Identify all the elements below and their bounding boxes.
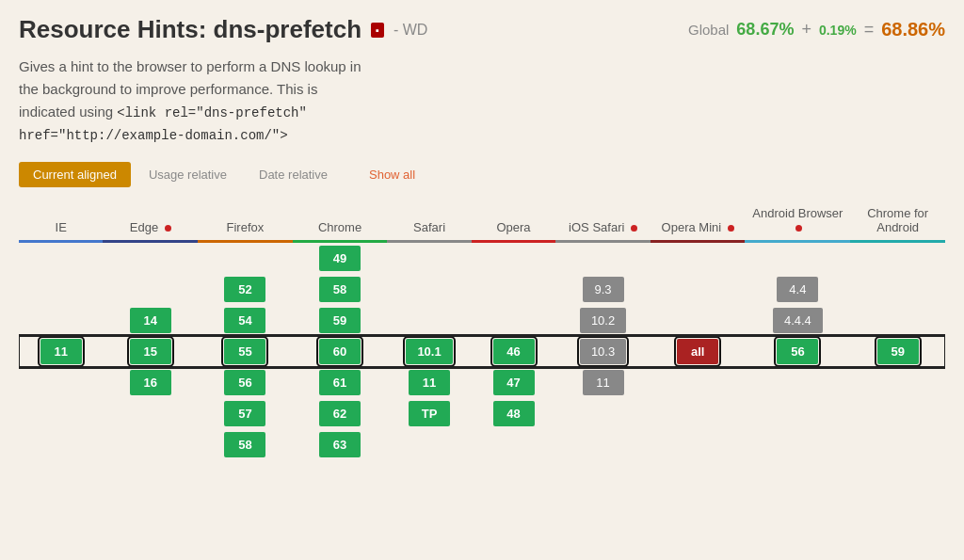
android-dot <box>795 225 802 232</box>
table-row: 165661114711 <box>19 367 945 398</box>
table-row: 1115556010.14610.3all5659 <box>19 336 945 367</box>
cell-value: 63 <box>319 432 361 457</box>
table-cell-ie <box>19 367 103 398</box>
operamini-dot <box>728 225 734 232</box>
table-cell-opera_mini <box>651 367 746 398</box>
table-cell-edge <box>103 398 198 429</box>
table-cell-firefox: 58 <box>198 429 293 460</box>
cell-value: 59 <box>877 339 919 364</box>
table-cell-android_browser <box>745 241 850 274</box>
table-cell-edge: 14 <box>103 305 198 336</box>
table-cell-edge <box>103 274 198 305</box>
cell-value: TP <box>409 401 450 426</box>
table-header-row: IE Edge Firefox Chrome Safari <box>19 200 945 242</box>
table-cell-opera_mini <box>651 429 746 460</box>
table-cell-safari: 10.1 <box>387 336 471 367</box>
table-row: 52589.34.4 <box>19 274 945 305</box>
table-cell-ios_safari <box>555 429 651 460</box>
cell-value: 57 <box>224 401 265 426</box>
cell-value: 10.3 <box>580 339 626 364</box>
table-cell-ie <box>19 274 103 305</box>
cell-value: 52 <box>224 277 265 302</box>
table-cell-chrome: 63 <box>293 429 388 460</box>
pct-small: 0.19% <box>819 23 857 38</box>
cell-value: 9.3 <box>583 277 624 302</box>
header-opera: Opera <box>472 200 555 242</box>
table-cell-safari: TP <box>387 398 471 429</box>
table-cell-ios_safari: 11 <box>555 367 651 398</box>
pct-equals: = <box>864 20 875 40</box>
table-cell-ie <box>19 305 103 336</box>
table-cell-chrome_android <box>850 429 945 460</box>
table-cell-edge: 15 <box>103 336 198 367</box>
table-cell-ios_safari: 9.3 <box>555 274 651 305</box>
table-cell-chrome_android <box>850 241 945 274</box>
table-row: 49 <box>19 241 945 274</box>
header-chrome: Chrome <box>293 200 388 242</box>
table-cell-android_browser <box>745 429 850 460</box>
table-cell-edge <box>103 429 198 460</box>
cell-value: 16 <box>130 370 171 395</box>
table-cell-opera <box>472 274 555 305</box>
spec-label: - WD <box>394 22 427 39</box>
pct-green: 68.67% <box>736 20 794 40</box>
cell-value: 10.2 <box>580 308 626 333</box>
table-cell-safari: 11 <box>387 367 471 398</box>
cell-value: 11 <box>40 339 82 364</box>
header-opera-mini: Opera Mini <box>651 200 746 242</box>
pct-plus: + <box>801 20 811 40</box>
table-cell-android_browser: 56 <box>745 336 850 367</box>
table-cell-firefox: 54 <box>198 305 293 336</box>
spec-badge: ▪ <box>371 23 384 38</box>
table-cell-ios_safari: 10.2 <box>555 305 651 336</box>
table-cell-firefox: 52 <box>198 274 293 305</box>
table-row: 14545910.24.4.4 <box>19 305 945 336</box>
table-row: 5762TP48 <box>19 398 945 429</box>
cell-value: 11 <box>409 370 450 395</box>
table-cell-chrome: 62 <box>293 398 388 429</box>
table-cell-chrome: 61 <box>293 367 388 398</box>
table-cell-firefox: 55 <box>198 336 293 367</box>
header-edge: Edge <box>103 200 198 242</box>
header: Resource Hints: dns-prefetch ▪ - WD Glob… <box>19 15 945 44</box>
table-cell-opera_mini <box>651 241 746 274</box>
tab-usage-relative[interactable]: Usage relative <box>135 162 241 187</box>
tab-current-aligned[interactable]: Current aligned <box>19 162 131 187</box>
cell-value: 10.1 <box>406 339 452 364</box>
table-cell-opera <box>472 305 555 336</box>
show-all-button[interactable]: Show all <box>355 162 429 187</box>
cell-value: 59 <box>319 308 361 333</box>
table-cell-opera <box>472 241 555 274</box>
table-cell-chrome: 60 <box>293 336 388 367</box>
tab-date-relative[interactable]: Date relative <box>245 162 342 187</box>
table-cell-safari <box>387 305 471 336</box>
header-ios-safari: iOS Safari <box>555 200 651 242</box>
cell-value: 61 <box>319 370 361 395</box>
cell-value: 58 <box>224 432 265 457</box>
edge-dot <box>165 225 171 232</box>
table-cell-opera_mini <box>651 274 746 305</box>
page: Resource Hints: dns-prefetch ▪ - WD Glob… <box>0 0 964 475</box>
table-cell-ios_safari <box>555 241 651 274</box>
table-row: 5863 <box>19 429 945 460</box>
header-chrome-android: Chrome for Android <box>850 200 945 242</box>
cell-value: 48 <box>493 401 535 426</box>
table-cell-ie <box>19 429 103 460</box>
table-cell-chrome_android <box>850 367 945 398</box>
table-cell-ios_safari <box>555 398 651 429</box>
table-cell-android_browser <box>745 398 850 429</box>
cell-value: 62 <box>319 401 361 426</box>
title-section: Resource Hints: dns-prefetch ▪ - WD <box>19 15 427 44</box>
table-cell-opera: 47 <box>472 367 555 398</box>
table-cell-edge: 16 <box>103 367 198 398</box>
cell-value: 58 <box>319 277 361 302</box>
table-cell-opera_mini <box>651 305 746 336</box>
desc-code2: href="http://example-domain.com/"> <box>19 128 288 143</box>
description: Gives a hint to the browser to perform a… <box>19 56 565 147</box>
table-cell-firefox <box>198 241 293 274</box>
table-cell-opera_mini <box>651 398 746 429</box>
table-cell-opera: 46 <box>472 336 555 367</box>
table-cell-chrome_android <box>850 274 945 305</box>
cell-value: 47 <box>493 370 535 395</box>
table-cell-chrome_android <box>850 305 945 336</box>
